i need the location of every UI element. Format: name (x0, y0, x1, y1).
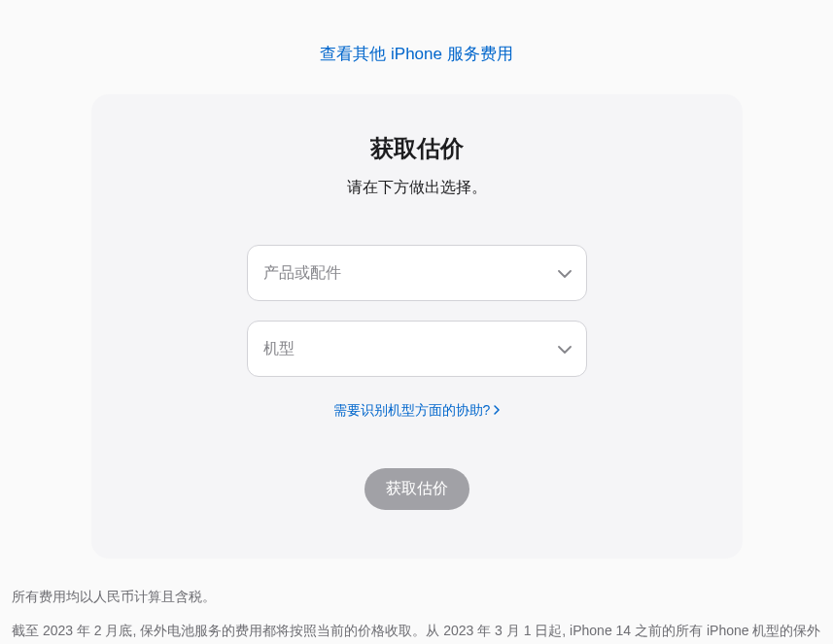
model-select-wrap: 机型 (247, 321, 587, 377)
view-other-fees-link[interactable]: 查看其他 iPhone 服务费用 (320, 45, 512, 63)
note-line-2a: 截至 2023 年 2 月底, 保外电池服务的费用都将按照当前的价格收取。从 2… (12, 623, 820, 644)
product-select-wrap: 产品或配件 (247, 245, 587, 301)
identify-model-help-link[interactable]: 需要识别机型方面的协助? (333, 402, 501, 420)
get-estimate-button[interactable]: 获取估价 (364, 468, 469, 510)
model-select-placeholder: 机型 (263, 339, 295, 359)
estimate-card: 获取估价 请在下方做出选择。 产品或配件 机型 需要识别机型方面的协助? (91, 94, 743, 559)
card-title: 获取估价 (130, 133, 704, 164)
footer-notes: 所有费用均以人民币计算且含税。 截至 2023 年 2 月底, 保外电池服务的费… (10, 559, 823, 644)
product-select[interactable]: 产品或配件 (247, 245, 587, 301)
top-link-container: 查看其他 iPhone 服务费用 (10, 0, 823, 94)
card-subtitle: 请在下方做出选择。 (130, 178, 704, 198)
help-link-text: 需要识别机型方面的协助? (333, 402, 491, 420)
note-line-1: 所有费用均以人民币计算且含税。 (12, 582, 821, 612)
product-select-placeholder: 产品或配件 (263, 263, 341, 284)
chevron-right-icon (494, 404, 500, 418)
model-select[interactable]: 机型 (247, 321, 587, 377)
note-line-2: 截至 2023 年 2 月底, 保外电池服务的费用都将按照当前的价格收取。从 2… (12, 616, 821, 644)
